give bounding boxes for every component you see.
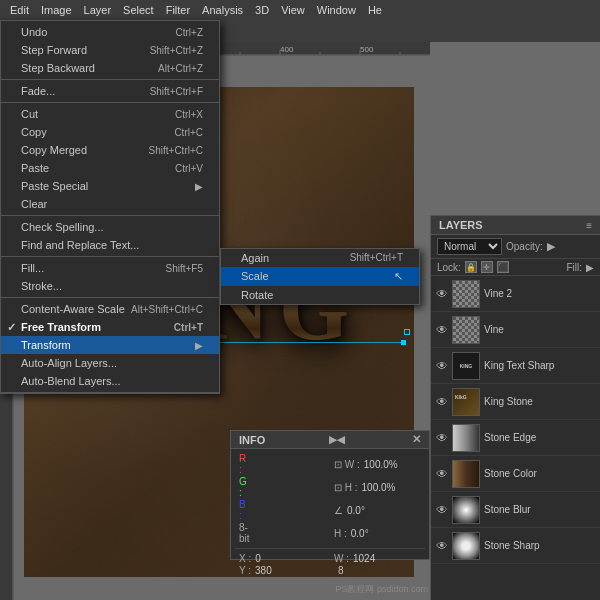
info-panel-expand[interactable]: ▶◀ <box>329 434 345 445</box>
menu-section-fade: Fade... Shift+Ctrl+F <box>1 80 219 103</box>
menu-window[interactable]: Window <box>311 2 362 18</box>
layer-king-text-sharp[interactable]: 👁 KING King Text Sharp <box>431 348 600 384</box>
layer-stone-edge[interactable]: 👁 Stone Edge <box>431 420 600 456</box>
eye-king-text[interactable]: 👁 <box>435 359 449 373</box>
layer-stone-sharp[interactable]: 👁 Stone Sharp <box>431 528 600 564</box>
layer-name-stone-color: Stone Color <box>484 468 596 479</box>
menu-fade[interactable]: Fade... Shift+Ctrl+F <box>1 82 219 100</box>
info-panel: INFO ▶◀ ✕ R : ⊡ W : 100.0% G : ⊡ H : 100… <box>230 430 430 560</box>
eye-stone-sharp[interactable]: 👁 <box>435 539 449 553</box>
layer-king-stone[interactable]: 👁 KlkG King Stone <box>431 384 600 420</box>
thumb-vine <box>452 316 480 344</box>
menu-section-undo: Undo Ctrl+Z Step Forward Shift+Ctrl+Z St… <box>1 21 219 80</box>
layers-panel-arrow[interactable]: ≡ <box>586 220 592 231</box>
blend-mode-select[interactable]: Normal Multiply Screen <box>437 238 502 255</box>
menu-section-transform: Content-Aware Scale Alt+Shift+Ctrl+C Fre… <box>1 298 219 393</box>
layers-panel: LAYERS ≡ Normal Multiply Screen Opacity:… <box>430 215 600 600</box>
menu-check-spelling[interactable]: Check Spelling... <box>1 218 219 236</box>
info-w2-row: W : 1024 <box>334 553 421 564</box>
menu-layer[interactable]: Layer <box>78 2 118 18</box>
eye-king-stone[interactable]: 👁 <box>435 395 449 409</box>
submenu-again[interactable]: Again Shift+Ctrl+T <box>221 249 419 267</box>
menu-clear[interactable]: Clear <box>1 195 219 213</box>
lock-all-icon[interactable]: ⬛ <box>497 261 509 273</box>
menu-step-forward[interactable]: Step Forward Shift+Ctrl+Z <box>1 41 219 59</box>
menu-copy-merged[interactable]: Copy Merged Shift+Ctrl+C <box>1 141 219 159</box>
menu-view[interactable]: View <box>275 2 311 18</box>
layer-name-king-stone: King Stone <box>484 396 596 407</box>
info-title: INFO <box>239 434 265 446</box>
svg-text:500: 500 <box>360 45 374 54</box>
info-y-row: Y : 380 <box>239 565 326 576</box>
g-label: G : <box>239 476 251 498</box>
menu-3d[interactable]: 3D <box>249 2 275 18</box>
info-b-row: B : <box>239 499 326 521</box>
menu-auto-align[interactable]: Auto-Align Layers... <box>1 354 219 372</box>
layer-name-king-text: King Text Sharp <box>484 360 596 371</box>
submenu-rotate[interactable]: Rotate <box>221 286 419 304</box>
menu-analysis[interactable]: Analysis <box>196 2 249 18</box>
eye-stone-edge[interactable]: 👁 <box>435 431 449 445</box>
menu-edit[interactable]: Edit <box>4 2 35 18</box>
menu-content-aware-scale[interactable]: Content-Aware Scale Alt+Shift+Ctrl+C <box>1 300 219 318</box>
menu-fill[interactable]: Fill... Shift+F5 <box>1 259 219 277</box>
menu-filter[interactable]: Filter <box>160 2 196 18</box>
h-value: 100.0% <box>362 482 396 493</box>
info-w-row: ⊡ W : 100.0% <box>334 453 421 475</box>
submenu-scale[interactable]: Scale ↖ <box>221 267 419 286</box>
svg-text:400: 400 <box>280 45 294 54</box>
layer-stone-color[interactable]: 👁 Stone Color <box>431 456 600 492</box>
layers-panel-header: LAYERS ≡ <box>431 216 600 235</box>
info-h2-row: 8 <box>334 565 421 576</box>
bit-label: 8-bit <box>239 522 251 544</box>
menu-paste[interactable]: Paste Ctrl+V <box>1 159 219 177</box>
menu-step-backward[interactable]: Step Backward Alt+Ctrl+Z <box>1 59 219 77</box>
h2-value: 8 <box>338 565 344 576</box>
menu-section-text: Check Spelling... Find and Replace Text.… <box>1 216 219 257</box>
info-x-row: X : 0 <box>239 553 326 564</box>
menu-section-fill: Fill... Shift+F5 Stroke... <box>1 257 219 298</box>
move-icon[interactable]: ✛ <box>481 261 493 273</box>
menu-free-transform[interactable]: Free Transform Ctrl+T <box>1 318 219 336</box>
lock-label: Lock: <box>437 262 461 273</box>
menu-select[interactable]: Select <box>117 2 160 18</box>
eye-stone-blur[interactable]: 👁 <box>435 503 449 517</box>
watermark: PS教程网 psdidon.com <box>335 583 428 596</box>
w-sym: ⊡ W : <box>334 459 360 470</box>
layer-stone-blur[interactable]: 👁 Stone Blur <box>431 492 600 528</box>
transform-submenu: Again Shift+Ctrl+T Scale ↖ Rotate <box>220 248 420 305</box>
layer-name-vine: Vine <box>484 324 596 335</box>
menu-transform[interactable]: Transform ▶ <box>1 336 219 354</box>
eye-vine2[interactable]: 👁 <box>435 287 449 301</box>
menu-cut[interactable]: Cut Ctrl+X <box>1 105 219 123</box>
thumb-king-text: KING <box>452 352 480 380</box>
menu-find-replace[interactable]: Find and Replace Text... <box>1 236 219 254</box>
menu-auto-blend[interactable]: Auto-Blend Layers... <box>1 372 219 390</box>
b-label: B : <box>239 499 251 521</box>
layer-name-stone-sharp: Stone Sharp <box>484 540 596 551</box>
eye-stone-color[interactable]: 👁 <box>435 467 449 481</box>
angle2-value: 0.0° <box>351 528 369 539</box>
opacity-arrow: ▶ <box>547 240 555 253</box>
info-panel-header: INFO ▶◀ ✕ <box>231 431 429 449</box>
menu-stroke[interactable]: Stroke... <box>1 277 219 295</box>
layer-vine2[interactable]: 👁 Vine 2 <box>431 276 600 312</box>
menu-he[interactable]: He <box>362 2 388 18</box>
layer-name-vine2: Vine 2 <box>484 288 596 299</box>
eye-vine[interactable]: 👁 <box>435 323 449 337</box>
info-close[interactable]: ✕ <box>412 433 421 446</box>
thumb-stone-color <box>452 460 480 488</box>
menu-image[interactable]: Image <box>35 2 78 18</box>
menu-undo[interactable]: Undo Ctrl+Z <box>1 23 219 41</box>
w-value: 100.0% <box>364 459 398 470</box>
info-g-row: G : <box>239 476 326 498</box>
angle1-value: 0.0° <box>347 505 365 516</box>
angle1-sym: ∠ <box>334 505 343 516</box>
menu-paste-special[interactable]: Paste Special ▶ <box>1 177 219 195</box>
lock-icon[interactable]: 🔒 <box>465 261 477 273</box>
fill-label: Fill: <box>566 262 582 273</box>
opacity-label: Opacity: <box>506 241 543 252</box>
layer-vine[interactable]: 👁 Vine <box>431 312 600 348</box>
menu-copy[interactable]: Copy Ctrl+C <box>1 123 219 141</box>
thumb-vine2 <box>452 280 480 308</box>
